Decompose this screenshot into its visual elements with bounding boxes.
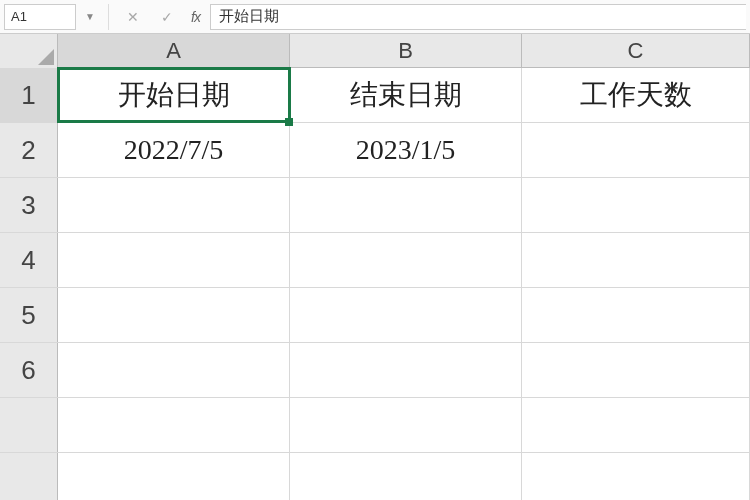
row-8 <box>0 453 750 500</box>
name-box-dropdown-icon[interactable]: ▼ <box>82 11 98 22</box>
cell-B6[interactable] <box>290 343 522 397</box>
row-2: 2 2022/7/5 2023/1/5 <box>0 123 750 178</box>
name-box[interactable]: A1 <box>4 4 76 30</box>
cell-B5[interactable] <box>290 288 522 342</box>
row-header-8[interactable] <box>0 453 58 500</box>
column-headers: A B C <box>0 34 750 68</box>
confirm-icon[interactable]: ✓ <box>153 4 181 30</box>
cell-C2[interactable] <box>522 123 750 177</box>
fx-icon[interactable]: fx <box>187 9 204 25</box>
row-4: 4 <box>0 233 750 288</box>
cell-B4[interactable] <box>290 233 522 287</box>
formula-input-value: 开始日期 <box>219 7 279 26</box>
row-header-4[interactable]: 4 <box>0 233 58 287</box>
row-6: 6 <box>0 343 750 398</box>
cell-A6[interactable] <box>58 343 290 397</box>
row-header-3[interactable]: 3 <box>0 178 58 232</box>
column-header-B[interactable]: B <box>290 34 522 67</box>
cell-C3[interactable] <box>522 178 750 232</box>
row-3: 3 <box>0 178 750 233</box>
cell-C6[interactable] <box>522 343 750 397</box>
cell-C5[interactable] <box>522 288 750 342</box>
cell-A3[interactable] <box>58 178 290 232</box>
name-box-value: A1 <box>11 9 27 24</box>
row-header-2[interactable]: 2 <box>0 123 58 177</box>
row-header-6[interactable]: 6 <box>0 343 58 397</box>
row-header-5[interactable]: 5 <box>0 288 58 342</box>
row-5: 5 <box>0 288 750 343</box>
cell-B8[interactable] <box>290 453 522 500</box>
cell-B2[interactable]: 2023/1/5 <box>290 123 522 177</box>
column-header-A[interactable]: A <box>58 34 290 67</box>
spreadsheet-grid: A B C 1 开始日期 结束日期 工作天数 2 2022/7/5 2023/1… <box>0 34 750 500</box>
formula-input[interactable]: 开始日期 <box>210 4 746 30</box>
cell-A7[interactable] <box>58 398 290 452</box>
row-header-1[interactable]: 1 <box>0 68 58 122</box>
cell-C4[interactable] <box>522 233 750 287</box>
grid-body: 1 开始日期 结束日期 工作天数 2 2022/7/5 2023/1/5 3 4… <box>0 68 750 500</box>
cell-C1[interactable]: 工作天数 <box>522 68 750 122</box>
cell-A1[interactable]: 开始日期 <box>58 68 290 122</box>
column-header-C[interactable]: C <box>522 34 750 67</box>
cell-C8[interactable] <box>522 453 750 500</box>
cell-B1[interactable]: 结束日期 <box>290 68 522 122</box>
cancel-icon[interactable]: ✕ <box>119 4 147 30</box>
cell-A5[interactable] <box>58 288 290 342</box>
row-header-7[interactable] <box>0 398 58 452</box>
cell-B3[interactable] <box>290 178 522 232</box>
formula-bar: A1 ▼ ✕ ✓ fx 开始日期 <box>0 0 750 34</box>
cell-C7[interactable] <box>522 398 750 452</box>
select-all-corner[interactable] <box>0 34 58 68</box>
cell-B7[interactable] <box>290 398 522 452</box>
divider <box>108 4 109 30</box>
row-7 <box>0 398 750 453</box>
cell-A4[interactable] <box>58 233 290 287</box>
cell-A2[interactable]: 2022/7/5 <box>58 123 290 177</box>
row-1: 1 开始日期 结束日期 工作天数 <box>0 68 750 123</box>
cell-A8[interactable] <box>58 453 290 500</box>
